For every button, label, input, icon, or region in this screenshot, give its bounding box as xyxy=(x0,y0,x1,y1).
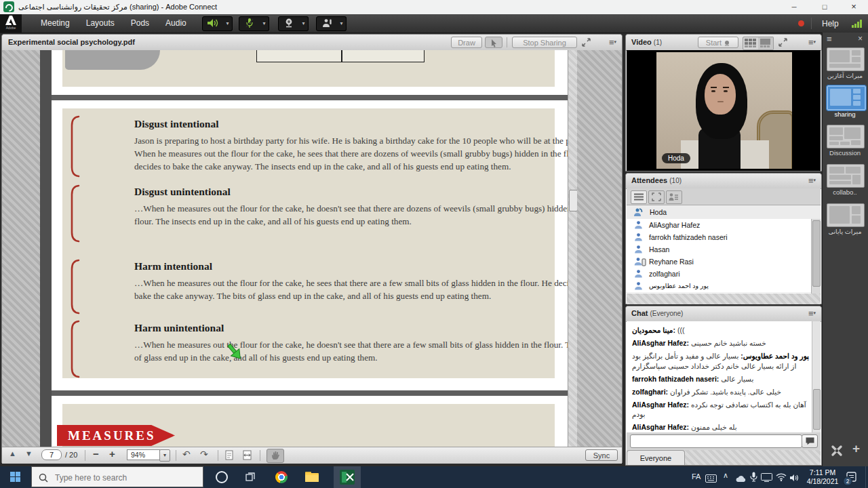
window-title: مرکز تحقیقات روانشناسی اجتماعی (sharing)… xyxy=(18,3,217,12)
file-explorer-icon[interactable] xyxy=(305,472,319,483)
layout-thumb-collaboration[interactable] xyxy=(827,164,865,188)
chat-pod-menu-button[interactable]: ≡▾ xyxy=(808,308,816,319)
speaker-dropdown[interactable]: ▾ xyxy=(223,16,233,31)
microphone-button[interactable] xyxy=(239,16,260,31)
fullscreen-button[interactable] xyxy=(581,37,596,48)
status-view-button[interactable] xyxy=(666,190,682,204)
breakout-view-button[interactable] xyxy=(648,190,665,204)
stop-sharing-button[interactable]: Stop Sharing xyxy=(512,37,577,48)
start-webcam-button[interactable]: Start xyxy=(698,37,738,48)
sync-button[interactable]: Sync xyxy=(585,449,618,461)
menu-layouts[interactable]: Layouts xyxy=(78,14,123,32)
tray-expand-chevron[interactable]: ∧ xyxy=(723,471,728,480)
speaker-icon xyxy=(206,18,220,28)
filmstrip-view-button[interactable] xyxy=(743,37,759,50)
adobe-logo: Adobe xyxy=(0,14,22,33)
attendees-scrollbar-thumb[interactable] xyxy=(812,220,821,287)
attendee-row[interactable]: Reyhane Rasi xyxy=(626,256,812,268)
add-layout-button[interactable]: + xyxy=(852,441,860,456)
pan-tool-button[interactable] xyxy=(267,449,284,463)
connection-status-icon[interactable] xyxy=(852,20,863,28)
raise-hand-dropdown[interactable]: ▾ xyxy=(337,16,347,31)
menu-pods[interactable]: Pods xyxy=(123,14,157,32)
fit-page-button[interactable] xyxy=(224,450,234,464)
tray-clock[interactable]: 7:11 PM 4/18/2021 xyxy=(803,468,842,485)
webcam-dropdown[interactable]: ▾ xyxy=(299,16,309,31)
tray-cast-icon[interactable] xyxy=(761,472,772,485)
pointer-icon xyxy=(490,39,498,47)
tray-keyboard-icon[interactable] xyxy=(705,473,717,485)
video-pod-menu-button[interactable]: ≡▾ xyxy=(808,37,816,48)
video-fullscreen-button[interactable] xyxy=(778,37,790,48)
task-view-button[interactable] xyxy=(245,472,256,483)
layout-thumb-sharing[interactable] xyxy=(827,85,866,110)
tray-volume-icon[interactable] xyxy=(789,472,799,485)
raise-hand-button[interactable] xyxy=(316,16,338,31)
chrome-icon[interactable] xyxy=(275,471,288,483)
attendee-host-row[interactable]: Hoda xyxy=(627,205,821,220)
layouts-panel-close-button[interactable]: × xyxy=(858,34,863,43)
chat-input[interactable] xyxy=(630,434,802,448)
attendee-name: پور ود احمد عطاویوس xyxy=(649,282,709,289)
connect-app-taskbar-icon[interactable] xyxy=(334,466,361,488)
zoom-dropdown-button[interactable]: ▾ xyxy=(159,449,170,462)
tray-microphone-icon[interactable] xyxy=(750,472,757,485)
send-message-button[interactable] xyxy=(802,434,818,448)
viewer-scrollbar[interactable] xyxy=(568,50,578,447)
grid-view-button[interactable] xyxy=(758,37,774,50)
chat-tab-everyone[interactable]: Everyone xyxy=(627,450,685,465)
video-name-tag: Hoda xyxy=(662,153,690,163)
layout-options-button[interactable] xyxy=(831,445,843,457)
taskbar-search[interactable] xyxy=(31,466,203,487)
webcam-button[interactable] xyxy=(278,16,300,31)
tray-wifi-icon[interactable] xyxy=(776,472,787,484)
layout-thumb-1[interactable] xyxy=(827,47,865,71)
page-down-button[interactable]: ▼ xyxy=(25,449,33,458)
filmstrip-view-icon xyxy=(745,39,757,48)
list-view-button[interactable] xyxy=(631,190,647,204)
attendees-scrollbar[interactable] xyxy=(811,219,821,293)
search-input[interactable] xyxy=(54,471,199,485)
draw-button[interactable]: Draw xyxy=(451,37,482,48)
attendee-row[interactable]: Hasan xyxy=(626,243,812,256)
attendees-pod-menu-button[interactable]: ≡▾ xyxy=(808,175,816,186)
attendee-row[interactable]: AliAsghar Hafez xyxy=(626,219,812,232)
chat-sender: مینا محمودیان: xyxy=(632,326,675,334)
pointer-tool-button[interactable] xyxy=(485,37,502,48)
tray-onedrive-icon[interactable] xyxy=(735,473,747,485)
chat-scrollbar-thumb[interactable] xyxy=(813,389,821,430)
zoom-out-button[interactable]: − xyxy=(93,448,99,460)
speaker-button[interactable] xyxy=(202,16,224,31)
table-cell xyxy=(342,50,425,62)
zoom-level-value[interactable]: 94% xyxy=(127,449,160,460)
title-bar: مرکز تحقیقات روانشناسی اجتماعی (sharing)… xyxy=(0,0,868,15)
start-button[interactable] xyxy=(0,466,31,488)
layouts-panel-menu-button[interactable]: ≡ xyxy=(827,34,832,44)
show-desktop-button[interactable] xyxy=(865,466,868,488)
layout-thumb-discussion[interactable] xyxy=(827,125,865,148)
tray-language[interactable]: FA xyxy=(692,472,701,481)
cortana-button[interactable] xyxy=(216,471,228,483)
chat-scrollbar[interactable] xyxy=(812,321,821,432)
menu-meeting[interactable]: Meeting xyxy=(33,14,78,32)
microphone-dropdown[interactable]: ▾ xyxy=(260,16,269,31)
attendee-row[interactable]: farrokh fathizadeh naseri xyxy=(626,231,812,244)
zoom-in-button[interactable]: + xyxy=(109,448,115,460)
fit-width-button[interactable] xyxy=(242,450,253,464)
attendee-row[interactable]: پور ود احمد عطاویوس xyxy=(626,280,812,293)
rotate-cw-button[interactable]: ↷ xyxy=(200,449,208,460)
minimize-button[interactable]: ─ xyxy=(780,0,808,14)
share-pod-menu-button[interactable]: ≡▾ xyxy=(609,37,616,48)
layout-thumb-5[interactable] xyxy=(827,203,865,227)
maximize-button[interactable]: □ xyxy=(810,0,839,14)
menu-audio[interactable]: Audio xyxy=(157,14,195,32)
help-menu[interactable]: Help xyxy=(822,19,839,28)
close-button[interactable]: × xyxy=(840,0,868,14)
share-pod: Experimental social psychology.pdf Draw … xyxy=(1,34,623,463)
chat-message: مینا محمودیان: ((( xyxy=(632,325,810,335)
rotate-ccw-button[interactable]: ↶ xyxy=(182,449,191,460)
page-number-input[interactable] xyxy=(41,449,62,460)
page-up-button[interactable]: ▲ xyxy=(9,449,16,458)
action-center-button[interactable]: 2 xyxy=(846,472,860,484)
attendee-row[interactable]: zolfaghari xyxy=(626,268,812,281)
